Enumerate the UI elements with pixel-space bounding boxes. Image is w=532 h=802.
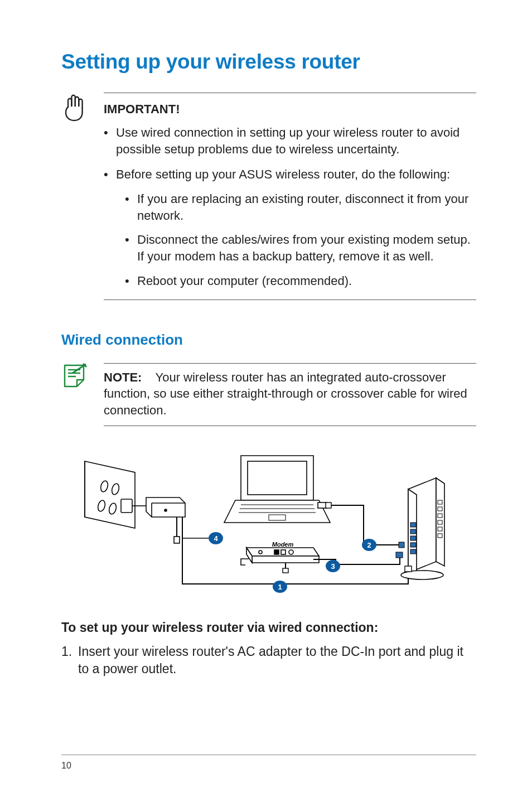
svg-point-5 bbox=[97, 499, 107, 511]
important-sub-text: Disconnect the cables/wires from your ex… bbox=[137, 231, 476, 264]
svg-point-6 bbox=[108, 502, 118, 514]
svg-rect-22 bbox=[281, 550, 286, 554]
note-icon bbox=[61, 363, 95, 426]
svg-rect-38 bbox=[405, 566, 412, 572]
important-sub-text: Reboot your computer (recommended). bbox=[137, 273, 352, 289]
svg-rect-29 bbox=[410, 543, 416, 547]
svg-rect-21 bbox=[274, 550, 279, 554]
svg-point-23 bbox=[289, 550, 293, 554]
wiring-diagram: Modem bbox=[61, 442, 476, 603]
important-heading: IMPORTANT! bbox=[104, 102, 476, 117]
svg-rect-17 bbox=[269, 515, 286, 520]
steps-heading: To set up your wireless router via wired… bbox=[61, 620, 476, 635]
svg-point-4 bbox=[111, 482, 120, 495]
list-item: 1. Insert your wireless router's AC adap… bbox=[61, 643, 476, 678]
important-sub-text: If you are replacing an existing router,… bbox=[137, 191, 476, 224]
document-page: Setting up your wireless router IMPORTAN… bbox=[0, 0, 532, 802]
svg-point-3 bbox=[100, 480, 109, 492]
diagram-callout-2: 2 bbox=[367, 541, 371, 549]
note-label: NOTE: bbox=[104, 370, 142, 384]
list-item: • Before setting up your ASUS wireless r… bbox=[104, 166, 476, 289]
svg-rect-27 bbox=[410, 529, 416, 534]
svg-rect-26 bbox=[410, 523, 416, 527]
hand-icon bbox=[61, 93, 95, 300]
page-number: 10 bbox=[61, 761, 71, 770]
note-text: Your wireless router has an integrated a… bbox=[104, 370, 467, 417]
important-item-text: Use wired connection in setting up your … bbox=[116, 124, 476, 157]
list-item: •Reboot your computer (recommended). bbox=[116, 273, 476, 289]
svg-rect-28 bbox=[410, 536, 416, 540]
svg-rect-19 bbox=[326, 503, 331, 508]
important-body: IMPORTANT! • Use wired connection in set… bbox=[104, 93, 476, 300]
diagram-callout-4: 4 bbox=[214, 534, 218, 543]
steps-list: 1. Insert your wireless router's AC adap… bbox=[61, 643, 476, 678]
list-item: • Use wired connection in setting up you… bbox=[104, 124, 476, 157]
modem-label: Modem bbox=[272, 541, 294, 548]
step-number: 1. bbox=[61, 643, 78, 678]
note-body: NOTE: Your wireless router has an integr… bbox=[104, 363, 476, 426]
list-item: •If you are replacing an existing router… bbox=[116, 191, 476, 224]
important-item-text: Before setting up your ASUS wireless rou… bbox=[116, 167, 450, 181]
svg-point-20 bbox=[259, 550, 262, 554]
svg-rect-25 bbox=[283, 568, 288, 573]
svg-point-11 bbox=[165, 509, 167, 511]
page-title: Setting up your wireless router bbox=[61, 50, 476, 74]
svg-rect-7 bbox=[121, 499, 132, 513]
step-text: Insert your wireless router's AC adapter… bbox=[78, 643, 476, 678]
page-footer: 10 bbox=[0, 755, 532, 771]
svg-rect-24 bbox=[396, 552, 403, 558]
diagram-callout-1: 1 bbox=[278, 583, 282, 591]
diagram-callout-3: 3 bbox=[331, 562, 335, 571]
svg-rect-12 bbox=[174, 537, 180, 543]
important-callout: IMPORTANT! • Use wired connection in set… bbox=[61, 93, 476, 300]
svg-rect-30 bbox=[410, 549, 416, 554]
svg-rect-13 bbox=[248, 461, 307, 495]
note-callout: NOTE: Your wireless router has an integr… bbox=[61, 363, 476, 426]
list-item: •Disconnect the cables/wires from your e… bbox=[116, 231, 476, 264]
section-heading: Wired connection bbox=[61, 331, 476, 349]
